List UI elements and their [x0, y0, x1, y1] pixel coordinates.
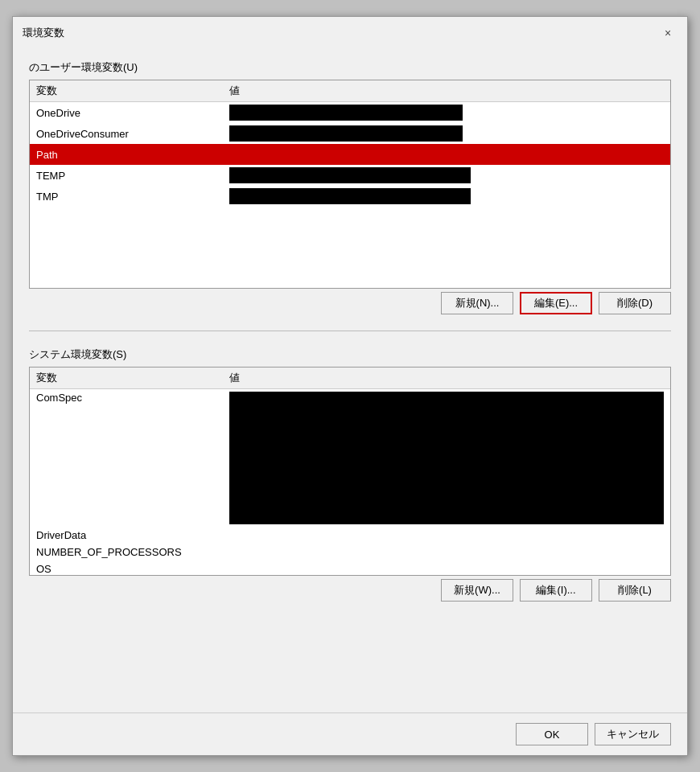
- user-delete-button[interactable]: 削除(D): [599, 292, 671, 314]
- system-env-table: 変数 値 ComSpecDriverDataNUMBER_OF_PROCESSO…: [30, 368, 670, 576]
- user-variables-section: のユーザー環境変数(U) 変数 値 OneDriveOneDriveConsum…: [29, 60, 671, 314]
- user-section-label: のユーザー環境変数(U): [29, 60, 671, 75]
- user-edit-button[interactable]: 編集(E)...: [520, 292, 592, 314]
- system-section-label: システム環境変数(S): [29, 347, 671, 362]
- table-row[interactable]: OS: [30, 561, 670, 576]
- ok-button[interactable]: OK: [516, 723, 588, 745]
- system-col-var-header: 変数: [30, 368, 223, 389]
- table-row[interactable]: ComSpec: [30, 389, 670, 528]
- system-table-container: 変数 値 ComSpecDriverDataNUMBER_OF_PROCESSO…: [29, 367, 671, 576]
- system-edit-button[interactable]: 編集(I)...: [520, 579, 592, 602]
- title-bar: 環境変数 ×: [13, 17, 687, 47]
- section-divider: [29, 331, 671, 331]
- system-col-val-header: 値: [223, 368, 670, 389]
- dialog-content: のユーザー環境変数(U) 変数 値 OneDriveOneDriveConsum…: [13, 47, 687, 712]
- user-buttons-row: 新規(N)... 編集(E)... 削除(D): [29, 292, 671, 314]
- user-env-table: 変数 値 OneDriveOneDriveConsumerPathTEMPTMP: [30, 80, 670, 207]
- dialog-footer: OK キャンセル: [13, 712, 687, 755]
- system-new-button[interactable]: 新規(W)...: [441, 579, 513, 602]
- dialog-title: 環境変数: [23, 26, 64, 40]
- table-row[interactable]: NUMBER_OF_PROCESSORS: [30, 544, 670, 561]
- system-buttons-row: 新規(W)... 編集(I)... 削除(L): [29, 579, 671, 602]
- table-row[interactable]: DriverData: [30, 527, 670, 544]
- table-row[interactable]: OneDriveConsumer: [30, 123, 670, 144]
- close-button[interactable]: ×: [658, 23, 677, 43]
- system-table-header: 変数 値: [30, 368, 670, 389]
- user-table-container: 変数 値 OneDriveOneDriveConsumerPathTEMPTMP: [29, 80, 671, 289]
- environment-variables-dialog: 環境変数 × のユーザー環境変数(U) 変数 値 OneDriveOneDriv…: [12, 16, 688, 756]
- user-new-button[interactable]: 新規(N)...: [441, 292, 513, 314]
- user-col-var-header: 変数: [30, 80, 223, 102]
- table-row[interactable]: TEMP: [30, 165, 670, 186]
- user-col-val-header: 値: [223, 80, 670, 102]
- table-row[interactable]: OneDrive: [30, 102, 670, 124]
- system-delete-button[interactable]: 削除(L): [599, 579, 671, 602]
- table-row[interactable]: Path: [30, 144, 670, 165]
- cancel-button[interactable]: キャンセル: [595, 723, 671, 745]
- system-variables-section: システム環境変数(S) 変数 値 ComSpecDriverDataNUMBER…: [29, 347, 671, 602]
- user-table-header: 変数 値: [30, 80, 670, 102]
- table-row[interactable]: TMP: [30, 186, 670, 207]
